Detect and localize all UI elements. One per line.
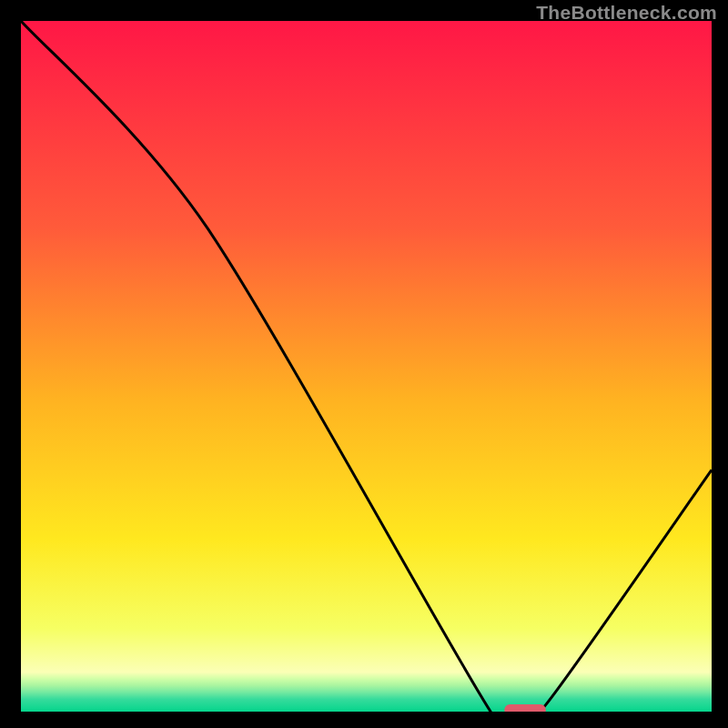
chart-svg — [21, 21, 712, 712]
chart-frame: TheBottleneck.com — [0, 0, 728, 728]
bottleneck-chart — [21, 21, 712, 712]
optimal-marker — [504, 704, 546, 712]
